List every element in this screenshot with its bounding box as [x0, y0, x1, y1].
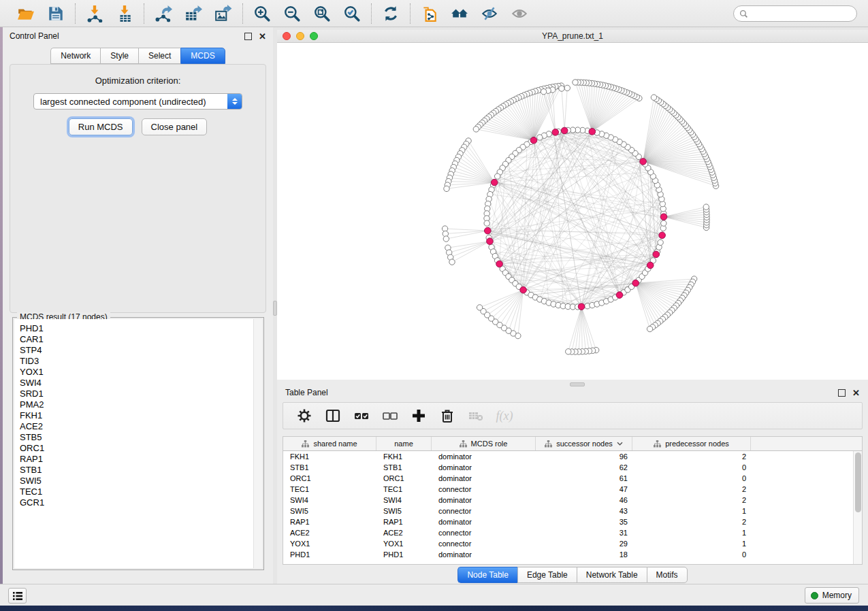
- leaf-node[interactable]: [647, 326, 652, 331]
- column-header-name[interactable]: name: [376, 437, 432, 450]
- task-history-button[interactable]: [8, 588, 27, 604]
- horizontal-splitter-handle[interactable]: [570, 382, 585, 386]
- mcds-hub-node[interactable]: [520, 286, 527, 293]
- mcds-result-item[interactable]: STB1: [20, 465, 262, 476]
- mcds-hub-node[interactable]: [491, 179, 498, 186]
- mcds-hub-node[interactable]: [632, 280, 639, 286]
- split-columns-button[interactable]: [325, 408, 340, 423]
- float-table-panel-icon[interactable]: [838, 389, 846, 397]
- mcds-result-item[interactable]: FKH1: [20, 410, 262, 421]
- column-header-MCDS-role[interactable]: MCDS role: [432, 437, 536, 450]
- table-row[interactable]: FKH1FKH1dominator962: [283, 451, 862, 462]
- column-header-successor-nodes[interactable]: successor nodes: [536, 437, 632, 450]
- table-row[interactable]: PHD1PHD1dominator180: [283, 549, 862, 560]
- import-network-button[interactable]: [85, 4, 104, 23]
- mcds-hub-node[interactable]: [530, 137, 537, 144]
- table-row[interactable]: ORC1ORC1dominator610: [283, 473, 862, 484]
- table-scrollbar[interactable]: [853, 451, 862, 564]
- mcds-result-item[interactable]: TID3: [20, 356, 262, 367]
- mcds-result-item[interactable]: PMA2: [20, 399, 262, 410]
- hide-selected-button[interactable]: [480, 4, 499, 23]
- mcds-hub-node[interactable]: [552, 129, 559, 136]
- close-panel-icon[interactable]: ✕: [259, 33, 266, 40]
- mcds-hub-node[interactable]: [660, 214, 667, 220]
- mcds-result-item[interactable]: GCR1: [20, 497, 262, 508]
- open-file-button[interactable]: [16, 4, 35, 23]
- network-node[interactable]: [658, 240, 663, 245]
- mcds-hub-node[interactable]: [589, 129, 596, 135]
- mcds-result-scrollbar[interactable]: [253, 319, 262, 568]
- table-row[interactable]: SWI5SWI5connector431: [283, 506, 862, 516]
- mcds-hub-node[interactable]: [653, 251, 660, 258]
- mcds-result-item[interactable]: TEC1: [20, 486, 262, 497]
- optimization-criterion-dropdown[interactable]: largest connected component (undirected): [33, 93, 242, 110]
- import-table-button[interactable]: [115, 4, 134, 23]
- table-row[interactable]: RAP1RAP1dominator352: [283, 516, 862, 527]
- table-settings-button[interactable]: [297, 408, 312, 423]
- export-network-button[interactable]: [154, 4, 173, 23]
- mcds-hub-node[interactable]: [496, 261, 503, 267]
- leaf-node[interactable]: [473, 127, 479, 132]
- column-header-predecessor-nodes[interactable]: predecessor nodes: [632, 437, 751, 450]
- tab-edge-table[interactable]: Edge Table: [517, 567, 577, 583]
- network-node[interactable]: [494, 174, 500, 179]
- deselect-all-rows-button[interactable]: [383, 408, 398, 423]
- mcds-hub-node[interactable]: [616, 292, 623, 299]
- mcds-hub-node[interactable]: [640, 159, 647, 165]
- select-all-rows-button[interactable]: [354, 408, 369, 423]
- mcds-result-item[interactable]: SWI4: [20, 378, 262, 389]
- tab-node-table[interactable]: Node Table: [457, 567, 517, 583]
- zoom-out-button[interactable]: [283, 4, 302, 23]
- leaf-node[interactable]: [564, 85, 570, 90]
- delete-row-button[interactable]: [440, 408, 455, 423]
- close-panel-button[interactable]: Close panel: [142, 118, 208, 135]
- refresh-layout-button[interactable]: [381, 4, 400, 23]
- leaf-node[interactable]: [651, 95, 656, 100]
- table-row[interactable]: STB1STB1dominator620: [283, 462, 862, 473]
- leaf-node[interactable]: [566, 349, 571, 354]
- apply-function-button[interactable]: f(x): [497, 408, 512, 423]
- mcds-hub-node[interactable]: [484, 227, 491, 234]
- mcds-result-item[interactable]: STP4: [20, 345, 262, 356]
- leaf-node[interactable]: [443, 236, 449, 242]
- export-table-button[interactable]: [184, 4, 203, 23]
- memory-button[interactable]: Memory: [805, 587, 859, 604]
- network-node[interactable]: [661, 220, 666, 226]
- close-table-panel-icon[interactable]: ✕: [852, 389, 860, 397]
- tab-motifs[interactable]: Motifs: [647, 567, 688, 583]
- table-row[interactable]: ACE2ACE2connector311: [283, 527, 862, 538]
- table-row[interactable]: SWI4SWI4dominator462: [283, 495, 862, 506]
- run-mcds-button[interactable]: Run MCDS: [69, 118, 133, 135]
- mcds-result-item[interactable]: PHD1: [20, 323, 262, 334]
- mcds-result-item[interactable]: CAR1: [20, 334, 262, 345]
- mcds-hub-node[interactable]: [578, 303, 585, 310]
- column-header-shared-name[interactable]: shared name: [283, 437, 376, 450]
- mcds-hub-node[interactable]: [647, 262, 654, 269]
- show-all-networks-button[interactable]: [450, 4, 469, 23]
- export-image-button[interactable]: [214, 4, 233, 23]
- zoom-fit-button[interactable]: [312, 4, 332, 23]
- float-panel-icon[interactable]: [244, 33, 252, 40]
- add-row-button[interactable]: [411, 408, 426, 423]
- mcds-result-item[interactable]: STB5: [20, 432, 262, 443]
- mcds-hub-node[interactable]: [561, 127, 568, 134]
- search-input[interactable]: [751, 9, 853, 18]
- leaf-node[interactable]: [703, 204, 709, 210]
- leaf-node[interactable]: [541, 89, 546, 95]
- new-network-from-selection-button[interactable]: [420, 4, 439, 23]
- mcds-result-item[interactable]: SRD1: [20, 389, 262, 399]
- network-canvas[interactable]: [277, 43, 868, 380]
- tab-network-table[interactable]: Network Table: [577, 567, 647, 583]
- table-scrollbar-thumb[interactable]: [855, 452, 861, 512]
- leaf-node[interactable]: [559, 86, 564, 91]
- mcds-result-item[interactable]: ORC1: [20, 443, 262, 454]
- mcds-result-item[interactable]: ACE2: [20, 421, 262, 432]
- tab-network[interactable]: Network: [50, 48, 100, 64]
- leaf-node[interactable]: [573, 80, 578, 85]
- mcds-result-item[interactable]: SWI5: [20, 476, 262, 486]
- tab-style[interactable]: Style: [100, 48, 138, 64]
- show-hidden-button[interactable]: [510, 4, 529, 23]
- table-row[interactable]: YOX1YOX1connector291: [283, 538, 862, 549]
- mcds-result-item[interactable]: YOX1: [20, 367, 262, 378]
- mcds-result-item[interactable]: RAP1: [20, 454, 262, 465]
